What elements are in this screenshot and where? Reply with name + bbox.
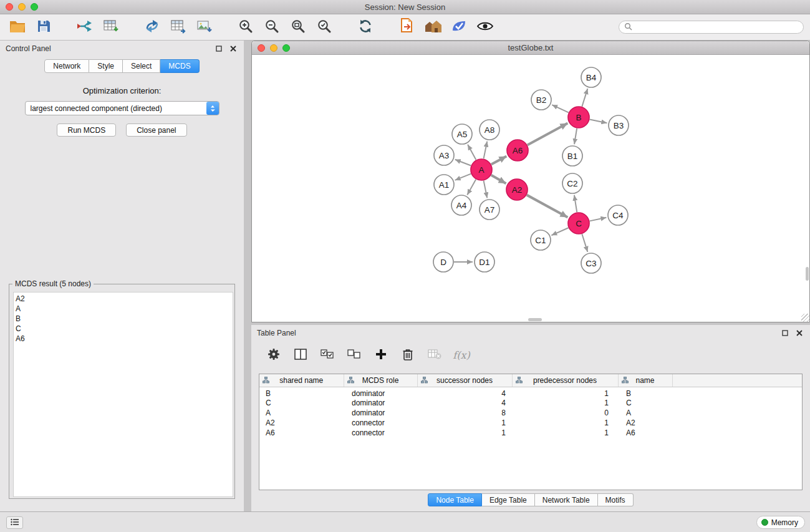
- edge-B-B4[interactable]: [582, 89, 587, 107]
- add-column-button[interactable]: [372, 347, 390, 364]
- tab-edge-table[interactable]: Edge Table: [482, 493, 535, 506]
- zoom-selected-button[interactable]: [313, 17, 335, 38]
- graph-node-A5[interactable]: A5: [452, 124, 472, 144]
- close-window-button[interactable]: [6, 3, 13, 11]
- edge-A2-C[interactable]: [527, 195, 568, 218]
- graph-node-B4[interactable]: B4: [581, 67, 601, 87]
- fullscreen-window-button[interactable]: [31, 3, 38, 11]
- mcds-result-item[interactable]: A: [16, 304, 233, 314]
- graph-node-C2[interactable]: C2: [562, 173, 582, 193]
- cell-filler[interactable]: [672, 398, 802, 408]
- cell-name[interactable]: A6: [618, 428, 672, 438]
- edge-C-C3[interactable]: [582, 234, 587, 252]
- resize-grip[interactable]: [801, 314, 809, 322]
- cell-mcds-role[interactable]: connector: [344, 428, 417, 438]
- import-table-button[interactable]: [100, 17, 122, 38]
- column-header-predecessor-nodes[interactable]: predecessor nodes: [512, 374, 618, 387]
- cell-successor-nodes[interactable]: 8: [417, 408, 512, 418]
- graph-node-A6[interactable]: A6: [507, 140, 528, 161]
- tab-select[interactable]: Select: [123, 59, 160, 73]
- table-settings-button[interactable]: [265, 347, 282, 364]
- open-folder-button[interactable]: [6, 17, 29, 38]
- graph-node-A1[interactable]: A1: [434, 175, 454, 195]
- graph-node-C[interactable]: C: [568, 213, 589, 234]
- cell-name[interactable]: C: [618, 398, 672, 408]
- function-builder-button[interactable]: f(x): [453, 347, 470, 364]
- table-close-panel-button[interactable]: [794, 328, 804, 338]
- network-canvas[interactable]: B4B2BB3A5A8A6A3AB1A1A2C2A4A7C4CC1DD1C3: [252, 55, 809, 322]
- import-network-button[interactable]: [74, 17, 96, 38]
- cell-mcds-role[interactable]: dominator: [344, 398, 417, 408]
- edge-C-C4[interactable]: [590, 218, 607, 221]
- mcds-result-list[interactable]: A2ABCA6: [13, 292, 233, 497]
- select-all-button[interactable]: [319, 347, 336, 364]
- cell-filler[interactable]: [672, 428, 802, 438]
- cell-predecessor-nodes[interactable]: 0: [512, 408, 618, 418]
- cell-shared-name[interactable]: A2: [259, 418, 344, 428]
- mcds-result-item[interactable]: C: [16, 324, 233, 334]
- save-session-button[interactable]: [32, 17, 55, 38]
- cell-successor-nodes[interactable]: 4: [417, 387, 512, 398]
- column-header-successor-nodes[interactable]: successor nodes: [417, 374, 512, 387]
- graph-node-C3[interactable]: C3: [581, 253, 601, 273]
- graph-node-C1[interactable]: C1: [531, 230, 551, 250]
- graph-node-D1[interactable]: D1: [475, 252, 494, 272]
- export-table-button[interactable]: [167, 17, 190, 38]
- home-button[interactable]: [422, 17, 444, 38]
- edge-A-A2[interactable]: [491, 175, 506, 183]
- edge-C-C2[interactable]: [574, 195, 577, 212]
- memory-button[interactable]: Memory: [756, 516, 805, 529]
- network-zoom-button[interactable]: [282, 44, 290, 52]
- show-hide-eye-button[interactable]: [474, 17, 496, 38]
- mcds-result-item[interactable]: A2: [16, 294, 233, 304]
- graph-node-A7[interactable]: A7: [480, 200, 499, 220]
- zoom-fit-button[interactable]: [287, 17, 309, 38]
- edge-A6-B[interactable]: [528, 123, 568, 145]
- zoom-in-button[interactable]: [234, 17, 257, 38]
- edge-C-C1[interactable]: [551, 228, 568, 235]
- run-mcds-button[interactable]: Run MCDS: [57, 123, 116, 137]
- column-header-shared-name[interactable]: shared name: [259, 374, 344, 387]
- graph-node-A2[interactable]: A2: [506, 179, 528, 200]
- vertical-scrollbar-thumb[interactable]: [806, 267, 809, 281]
- cell-predecessor-nodes[interactable]: 1: [512, 398, 618, 408]
- delete-rows-button[interactable]: [399, 347, 417, 364]
- table-float-panel-button[interactable]: [780, 328, 790, 338]
- tab-network-table[interactable]: Network Table: [535, 493, 598, 506]
- cell-mcds-role[interactable]: connector: [344, 418, 417, 428]
- cell-predecessor-nodes[interactable]: 1: [512, 418, 618, 428]
- table-row[interactable]: A6connector11A6: [259, 428, 802, 438]
- cell-filler[interactable]: [672, 418, 802, 428]
- mcds-result-item[interactable]: B: [16, 314, 233, 324]
- graph-node-D[interactable]: D: [433, 252, 453, 272]
- network-close-button[interactable]: [258, 44, 265, 52]
- minimize-window-button[interactable]: [18, 3, 26, 11]
- task-history-button[interactable]: [6, 516, 23, 529]
- cell-name[interactable]: A: [618, 408, 672, 418]
- edge-B-B2[interactable]: [552, 105, 568, 112]
- search-box[interactable]: [619, 21, 804, 34]
- graph-node-C4[interactable]: C4: [608, 205, 628, 225]
- graph-node-B2[interactable]: B2: [531, 90, 551, 110]
- edge-A-A5[interactable]: [468, 145, 476, 160]
- table-row[interactable]: Bdominator41B: [259, 387, 802, 398]
- horizontal-scrollbar-thumb[interactable]: [528, 318, 542, 321]
- graph-node-B1[interactable]: B1: [562, 146, 582, 166]
- tab-mcds[interactable]: MCDS: [160, 59, 199, 73]
- graph-node-A8[interactable]: A8: [480, 120, 499, 140]
- graph-node-B3[interactable]: B3: [609, 115, 629, 135]
- cell-mcds-role[interactable]: dominator: [344, 408, 417, 418]
- table-row[interactable]: Adominator80A: [259, 408, 802, 418]
- zoom-out-button[interactable]: [261, 17, 283, 38]
- tab-style[interactable]: Style: [89, 59, 123, 73]
- tab-node-table[interactable]: Node Table: [428, 493, 482, 506]
- tab-network[interactable]: Network: [44, 59, 89, 73]
- edge-A-A4[interactable]: [467, 180, 476, 195]
- table-row[interactable]: A2connector11A2: [259, 418, 802, 428]
- refresh-layout-button[interactable]: [354, 17, 377, 38]
- search-input[interactable]: [635, 23, 798, 32]
- cell-predecessor-nodes[interactable]: 1: [512, 387, 618, 398]
- edge-A-A3[interactable]: [455, 160, 471, 166]
- edge-A-A1[interactable]: [455, 174, 471, 180]
- cell-successor-nodes[interactable]: 1: [417, 418, 512, 428]
